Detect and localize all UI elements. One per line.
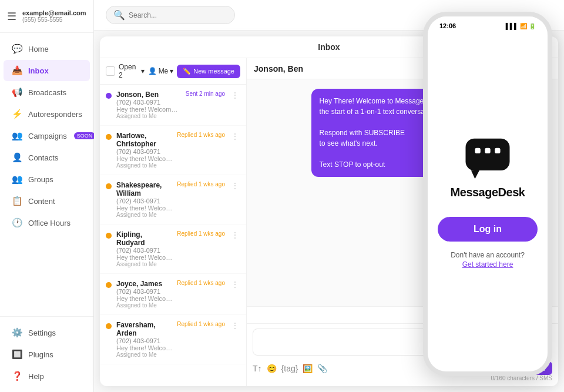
signal-icon: ▌▌▌ [506, 23, 518, 29]
phone-time: 12:06 [439, 22, 456, 29]
me-label: Me [159, 67, 169, 75]
phone-status-bar: 12:06 ▌▌▌ 📶 🔋 [428, 16, 548, 33]
sidebar-item-broadcasts[interactable]: 📢 Broadcasts [4, 82, 90, 103]
contact-dot [106, 282, 112, 288]
contact-name: Faversham, Arden [116, 321, 172, 337]
sidebar-item-campaigns-label: Campaigns [28, 132, 67, 140]
contact-info: Shakespeare, William (702) 403-0971 Hey … [116, 181, 172, 218]
contact-phone: (702) 403-0971 [116, 247, 172, 254]
inbox-icon: 📥 [12, 65, 22, 76]
contact-item[interactable]: Jonson, Ben (702) 403-0971 Hey there! We… [100, 85, 246, 126]
contact-items: Jonson, Ben (702) 403-0971 Hey there! We… [100, 85, 246, 386]
sidebar-bottom: ⚙️ Settings 🔲 Plugins ❓ Help [0, 316, 93, 392]
svg-rect-0 [466, 139, 510, 170]
contact-time: Sent 2 min ago [186, 91, 225, 97]
home-icon: 💬 [12, 43, 22, 54]
contact-menu-button[interactable]: ⋮ [230, 132, 240, 141]
contact-preview: Hey there! Welcome to MessageDes... [116, 295, 172, 302]
contact-menu-button[interactable]: ⋮ [230, 230, 240, 240]
contact-dot [106, 323, 112, 329]
logo-text: MessageDesk [451, 186, 525, 199]
contact-item[interactable]: Shakespeare, William (702) 403-0971 Hey … [100, 175, 246, 225]
hamburger-icon[interactable]: ☰ [7, 10, 16, 23]
contact-time: Replied 1 wks ago [177, 321, 225, 327]
contact-preview: Hey there! Welcome to MessageDes... [116, 254, 172, 261]
contact-name: Joyce, James [116, 280, 172, 288]
app-container: ☰ example@email.com (555) 555-5555 💬 Hom… [0, 0, 564, 392]
me-chevron-icon: ▾ [170, 67, 173, 75]
sidebar-item-inbox-label: Inbox [28, 66, 49, 75]
contact-phone: (702) 403-0971 [116, 197, 172, 205]
contact-assigned: Assigned to Me [116, 113, 181, 119]
contact-preview: Hey there! Welcome to MessageDes... [116, 344, 172, 351]
contact-dot [106, 93, 112, 99]
get-started-link[interactable]: Get started here [462, 260, 513, 269]
sidebar-item-contacts[interactable]: 👤 Contacts [4, 147, 90, 168]
sidebar-account: example@email.com (555) 555-5555 [22, 9, 86, 23]
contact-menu-button[interactable]: ⋮ [230, 321, 240, 330]
sidebar-nav: 💬 Home 📥 Inbox 📢 Broadcasts ⚡ Autorespon… [0, 33, 93, 316]
search-box[interactable]: 🔍 [106, 6, 235, 24]
contact-time: Replied 1 wks ago [177, 280, 225, 286]
sidebar-phone: (555) 555-5555 [22, 16, 86, 23]
phone-mockup: 12:06 ▌▌▌ 📶 🔋 MessageDesk [423, 12, 552, 376]
login-button[interactable]: Log in [438, 217, 538, 242]
sidebar-item-home[interactable]: 💬 Home [4, 38, 90, 59]
sidebar-item-home-label: Home [28, 45, 49, 53]
contact-item[interactable]: Marlowe, Christopher (702) 403-0971 Hey … [100, 126, 246, 175]
contact-item[interactable]: Kipling, Rudyard (702) 403-0971 Hey ther… [100, 225, 246, 274]
open-label: Open 2 [119, 63, 139, 79]
contact-item[interactable]: Faversham, Arden (702) 403-0971 Hey ther… [100, 315, 246, 364]
phone-status-icons: ▌▌▌ 📶 🔋 [506, 23, 536, 29]
contact-info: Marlowe, Christopher (702) 403-0971 Hey … [116, 132, 172, 169]
select-all-checkbox[interactable] [106, 66, 115, 76]
new-message-button[interactable]: ✏️ New message [177, 65, 240, 78]
contacts-icon: 👤 [12, 152, 22, 163]
sidebar-item-autoresponders-label: Autoresponders [28, 110, 82, 119]
contact-info: Kipling, Rudyard (702) 403-0971 Hey ther… [116, 230, 172, 267]
sidebar-item-plugins-label: Plugins [28, 350, 53, 359]
plugins-icon: 🔲 [12, 349, 22, 360]
wifi-icon: 📶 [520, 23, 527, 29]
sidebar-item-settings-label: Settings [28, 329, 56, 337]
sidebar-item-plugins[interactable]: 🔲 Plugins [4, 344, 90, 365]
person-icon: 👤 [148, 67, 157, 75]
me-dropdown[interactable]: 👤 Me ▾ [148, 67, 174, 75]
sidebar-item-groups[interactable]: 👥 Groups [4, 169, 90, 190]
image-icon[interactable]: 🖼️ [303, 364, 313, 373]
sidebar-item-autoresponders[interactable]: ⚡ Autoresponders [4, 103, 90, 125]
sidebar-item-office-hours[interactable]: 🕐 Office Hours [4, 212, 90, 233]
sidebar-item-settings[interactable]: ⚙️ Settings [4, 322, 90, 343]
open-chevron-icon: ▾ [141, 67, 145, 75]
logo-bubble-icon [461, 136, 514, 180]
contact-assigned: Assigned to Me [116, 351, 172, 358]
contact-name: Marlowe, Christopher [116, 132, 172, 148]
sidebar-item-campaigns[interactable]: 👥 Campaigns SOON [4, 125, 90, 146]
search-input[interactable] [129, 11, 223, 19]
contact-preview: Hey there! Welcome to MessageDes... [116, 155, 172, 162]
contact-info: Joyce, James (702) 403-0971 Hey there! W… [116, 280, 172, 309]
sidebar-item-contacts-label: Contacts [28, 153, 58, 162]
text-format-icon[interactable]: T↑ [253, 364, 262, 373]
contact-name: Jonson, Ben [116, 91, 181, 99]
contact-menu-button[interactable]: ⋮ [230, 91, 240, 100]
office-hours-icon: 🕐 [12, 217, 22, 228]
open-dropdown[interactable]: Open 2 ▾ [119, 63, 145, 79]
sidebar-item-office-hours-label: Office Hours [28, 219, 70, 227]
help-icon: ❓ [12, 371, 22, 381]
autoresponders-icon: ⚡ [12, 109, 22, 119]
sidebar-item-help[interactable]: ❓ Help [4, 366, 90, 387]
sidebar-item-inbox[interactable]: 📥 Inbox [4, 60, 90, 81]
contact-time: Replied 1 wks ago [177, 230, 225, 237]
contact-menu-button[interactable]: ⋮ [230, 181, 240, 190]
attachment-icon[interactable]: 📎 [317, 364, 327, 373]
contact-name: Kipling, Rudyard [116, 230, 172, 247]
sidebar-item-content[interactable]: 📋 Content [4, 190, 90, 212]
svg-rect-3 [485, 148, 490, 153]
emoji-icon[interactable]: 😊 [267, 364, 277, 373]
contact-phone: (702) 403-0971 [116, 148, 172, 155]
sidebar-item-broadcasts-label: Broadcasts [28, 88, 66, 97]
tag-icon[interactable]: {tag} [281, 364, 298, 373]
contact-item[interactable]: Joyce, James (702) 403-0971 Hey there! W… [100, 274, 246, 315]
contact-menu-button[interactable]: ⋮ [230, 280, 240, 289]
